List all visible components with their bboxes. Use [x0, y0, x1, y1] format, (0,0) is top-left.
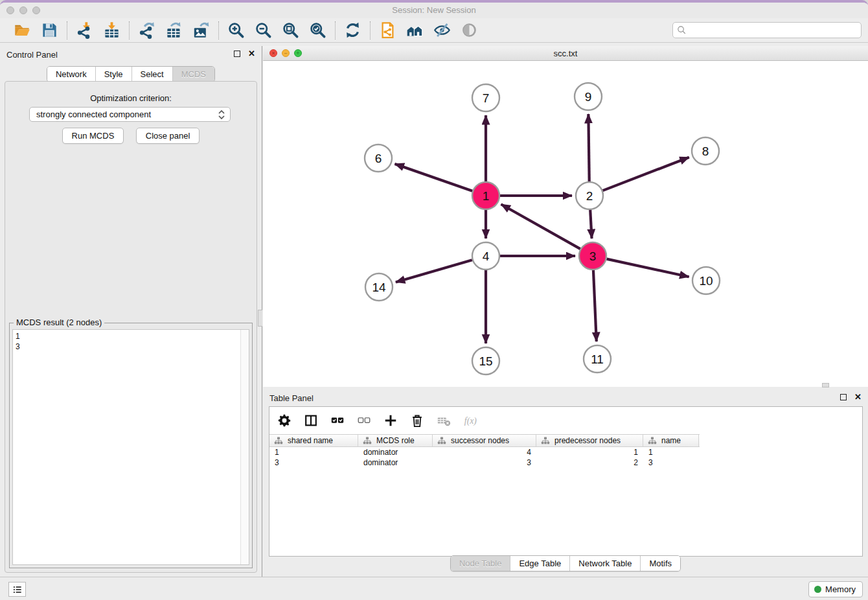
optimization-criterion-dropdown[interactable]: strongly connected component [29, 107, 231, 122]
edge-2-9[interactable] [588, 114, 589, 181]
export-image-icon[interactable] [192, 21, 210, 39]
zoom-out-icon[interactable] [255, 21, 272, 39]
close-panel-button[interactable]: Close panel [136, 128, 200, 144]
edge-4-14[interactable] [396, 260, 472, 282]
tab-select[interactable]: Select [131, 67, 172, 82]
control-panel: Control Panel ✕ NetworkStyleSelectMCDS O… [0, 46, 262, 577]
import-network-icon[interactable] [76, 21, 93, 39]
node-4[interactable]: 4 [472, 242, 499, 270]
control-panel-header: Control Panel ✕ [0, 46, 262, 63]
horizontal-splitter-handle[interactable] [822, 383, 829, 387]
network-from-selection-icon[interactable] [379, 21, 396, 39]
export-table-icon[interactable] [165, 21, 183, 39]
table-cell[interactable]: 2 [536, 458, 643, 467]
table-row[interactable]: 1dominator411 [269, 447, 700, 457]
table-cell[interactable]: 1 [643, 448, 699, 457]
column-header-name[interactable]: name [643, 435, 699, 446]
zoom-selected-icon[interactable] [309, 21, 326, 39]
tab-motifs[interactable]: Motifs [640, 556, 680, 571]
network-canvas[interactable]: 7968124314101511 [263, 61, 868, 387]
hierarchy-icon [541, 436, 550, 445]
node-7[interactable]: 7 [472, 84, 499, 111]
tab-node-table[interactable]: Node Table [451, 556, 510, 571]
memory-button[interactable]: Memory [808, 581, 863, 597]
delete-table-icon [437, 413, 451, 428]
node-8[interactable]: 8 [692, 137, 719, 165]
edge-1-6[interactable] [394, 164, 472, 191]
open-folder-icon[interactable] [14, 21, 31, 39]
node-11[interactable]: 11 [584, 345, 611, 373]
hierarchy-icon [363, 436, 372, 445]
task-history-button[interactable] [8, 582, 26, 597]
run-mcds-button[interactable]: Run MCDS [62, 128, 124, 144]
float-panel-icon[interactable] [234, 51, 240, 57]
edge-2-8[interactable] [603, 157, 689, 190]
table-cell[interactable]: dominator [358, 458, 433, 467]
gear-icon[interactable] [277, 413, 291, 428]
edge-3-1[interactable] [501, 204, 580, 249]
vertical-splitter-handle[interactable] [258, 310, 262, 327]
hide-details-icon[interactable] [433, 21, 451, 39]
table-panel-tabs: Node TableEdge TableNetwork TableMotifs [263, 555, 868, 571]
node-2[interactable]: 2 [576, 182, 603, 209]
node-label-1: 1 [483, 189, 490, 203]
svg-text:f(x): f(x) [464, 416, 477, 426]
edge-3-10[interactable] [606, 259, 689, 277]
export-network-icon[interactable] [138, 21, 155, 39]
table-cell[interactable]: 4 [433, 448, 536, 457]
node-10[interactable]: 10 [692, 267, 720, 294]
tab-network[interactable]: Network [47, 67, 95, 82]
node-label-4: 4 [483, 249, 490, 263]
tab-network-table[interactable]: Network Table [569, 556, 640, 571]
columns-icon[interactable] [304, 413, 318, 428]
table-cell[interactable]: 3 [269, 458, 358, 467]
edge-3-11[interactable] [593, 270, 597, 341]
search-box[interactable] [672, 22, 862, 38]
table-cell[interactable]: 3 [643, 458, 699, 467]
table-cell[interactable]: 1 [269, 448, 358, 457]
table-header-row: shared nameMCDS rolesuccessor nodesprede… [269, 434, 700, 447]
column-label: shared name [288, 436, 333, 445]
result-scrollbar[interactable] [240, 330, 249, 564]
tab-style[interactable]: Style [95, 67, 131, 82]
column-header-predecessor-nodes[interactable]: predecessor nodes [536, 435, 643, 446]
mcds-result-group: MCDS result (2 nodes) 13 [9, 323, 253, 568]
close-table-panel-icon[interactable]: ✕ [854, 393, 862, 401]
table-cell[interactable]: 3 [433, 458, 536, 467]
save-icon[interactable] [41, 21, 58, 39]
node-3[interactable]: 3 [579, 242, 606, 270]
zoom-fit-icon[interactable] [282, 21, 299, 39]
tab-mcds[interactable]: MCDS [172, 67, 214, 82]
node-6[interactable]: 6 [365, 144, 392, 172]
tab-edge-table[interactable]: Edge Table [510, 556, 569, 571]
float-table-panel-icon[interactable] [840, 394, 847, 400]
node-label-6: 6 [375, 152, 382, 165]
network-overview-icon[interactable] [406, 21, 424, 39]
select-all-icon[interactable] [330, 413, 345, 428]
column-label: MCDS role [376, 436, 415, 445]
deselect-all-icon[interactable] [357, 413, 371, 428]
mcds-result-list[interactable]: 13 [12, 329, 249, 565]
zoom-in-icon[interactable] [227, 21, 245, 39]
table-panel-header: Table Panel ✕ [263, 389, 868, 405]
column-header-successor-nodes[interactable]: successor nodes [433, 435, 536, 446]
trash-icon[interactable] [410, 413, 424, 428]
node-1[interactable]: 1 [472, 182, 499, 209]
edge-2-3[interactable] [590, 210, 591, 238]
node-14[interactable]: 14 [365, 273, 393, 301]
node-9[interactable]: 9 [575, 83, 602, 110]
column-header-MCDS-role[interactable]: MCDS role [358, 435, 433, 446]
node-label-2: 2 [586, 189, 593, 203]
table-row[interactable]: 3dominator323 [269, 457, 700, 468]
table-cell[interactable]: dominator [358, 448, 433, 457]
table-cell[interactable]: 1 [536, 448, 643, 457]
dropdown-value: strongly connected component [36, 110, 151, 119]
import-table-icon[interactable] [103, 21, 120, 39]
close-panel-icon[interactable]: ✕ [248, 50, 255, 58]
network-graph[interactable]: 7968124314101511 [263, 61, 868, 387]
search-input[interactable] [687, 23, 861, 38]
add-icon[interactable] [383, 413, 398, 428]
node-15[interactable]: 15 [472, 347, 499, 375]
column-header-shared-name[interactable]: shared name [269, 435, 358, 446]
refresh-icon[interactable] [344, 21, 361, 39]
